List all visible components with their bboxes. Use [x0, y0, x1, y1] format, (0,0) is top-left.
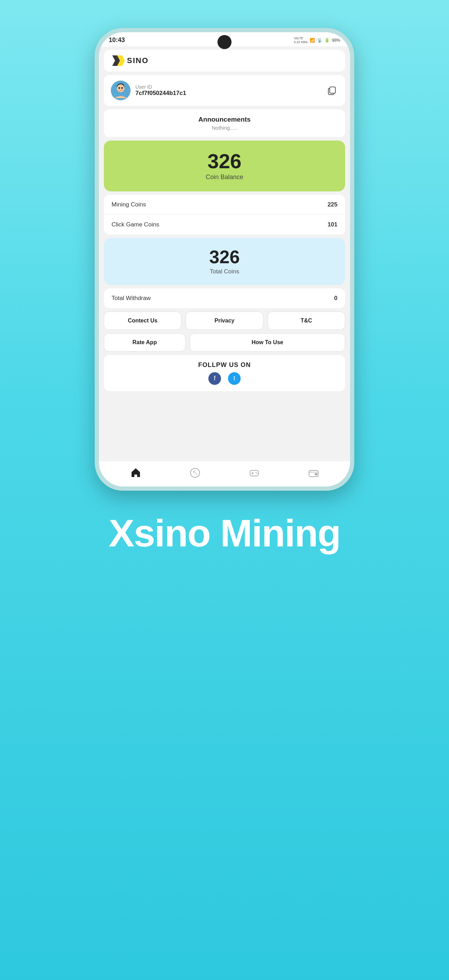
- logo-icon: [112, 56, 126, 66]
- coin-balance-label: Coin Balance: [111, 173, 338, 181]
- game-icon: [249, 468, 260, 478]
- app-header: SINO: [104, 50, 345, 72]
- stats-card: Mining Coins 225 Click Game Coins 101: [104, 195, 345, 234]
- btn-row-1: Contect Us Privacy T&C: [104, 312, 345, 330]
- svg-point-4: [118, 87, 120, 89]
- user-info: User ID 7cf7f050244b17c1: [136, 84, 186, 97]
- total-withdraw-row: Total Withdraw 0: [104, 288, 345, 308]
- battery-icon: 🔋: [324, 38, 330, 43]
- logo: SINO: [112, 56, 337, 66]
- svg-point-3: [117, 84, 125, 92]
- total-coins-label: Total Coins: [111, 268, 338, 275]
- follow-section: FOLLPW US ON f t: [104, 355, 345, 391]
- total-withdraw-label: Total Withdraw: [112, 295, 150, 302]
- avatar-svg: [111, 81, 131, 100]
- nav-mining[interactable]: ⛏: [183, 466, 207, 479]
- svg-text:⛏: ⛏: [193, 470, 198, 476]
- mining-coins-label: Mining Coins: [112, 201, 146, 208]
- follow-icons: f t: [111, 372, 338, 385]
- total-withdraw-value: 0: [334, 295, 337, 302]
- click-game-coins-value: 101: [328, 221, 337, 228]
- wifi-icon: 📶: [310, 38, 315, 43]
- user-left: User ID 7cf7f050244b17c1: [111, 81, 186, 100]
- withdraw-card: Total Withdraw 0: [104, 288, 345, 308]
- svg-rect-7: [330, 87, 336, 93]
- app-content: SINO: [99, 46, 350, 487]
- user-id-label: User ID: [136, 84, 186, 90]
- mining-coins-row: Mining Coins 225: [104, 195, 345, 215]
- social-icon-1[interactable]: f: [208, 372, 221, 385]
- brand-title: Xsino Mining: [109, 512, 340, 554]
- svg-point-14: [256, 473, 257, 474]
- contact-us-button[interactable]: Contect Us: [104, 312, 181, 330]
- nav-home[interactable]: [123, 466, 148, 479]
- bottom-nav: ⛏: [99, 461, 350, 487]
- status-icons: VoLTE 0.22 KB/s 📶 📡 🔋 98%: [294, 37, 340, 44]
- svg-point-5: [121, 87, 123, 89]
- phone-frame: 10:43 VoLTE 0.22 KB/s 📶 📡 🔋 98%: [95, 28, 354, 491]
- rate-app-button[interactable]: Rate App: [104, 333, 185, 352]
- phone-screen: 10:43 VoLTE 0.22 KB/s 📶 📡 🔋 98%: [99, 32, 350, 487]
- network-label: VoLTE 0.22 KB/s: [294, 37, 308, 44]
- privacy-button[interactable]: Privacy: [185, 312, 263, 330]
- wallet-icon: [308, 468, 319, 478]
- brand-section: Xsino Mining: [109, 512, 340, 554]
- nav-game[interactable]: [242, 466, 267, 479]
- coin-balance-number: 326: [111, 151, 338, 172]
- svg-point-13: [256, 472, 256, 473]
- how-to-use-button[interactable]: How To Use: [190, 333, 345, 352]
- home-icon: [131, 468, 141, 478]
- coin-balance-card: 326 Coin Balance: [104, 140, 345, 191]
- copy-button[interactable]: [326, 84, 338, 97]
- mining-coins-value: 225: [328, 201, 337, 208]
- signal-icon: 📡: [317, 38, 322, 43]
- logo-text: SINO: [127, 56, 149, 65]
- total-coins-number: 326: [111, 248, 338, 266]
- tnc-button[interactable]: T&C: [268, 312, 345, 330]
- status-time: 10:43: [109, 37, 125, 44]
- click-game-coins-label: Click Game Coins: [112, 221, 159, 228]
- total-coins-card: 326 Total Coins: [104, 238, 345, 285]
- copy-icon: [327, 86, 337, 95]
- click-game-coins-row: Click Game Coins 101: [104, 215, 345, 234]
- announcements-text: Nothing.....: [111, 125, 338, 131]
- scroll-area: User ID 7cf7f050244b17c1 Announcements: [99, 75, 350, 461]
- nav-wallet[interactable]: [301, 466, 326, 479]
- follow-title: FOLLPW US ON: [111, 361, 338, 369]
- battery-percent: 98%: [332, 38, 340, 43]
- announcements-card: Announcements Nothing.....: [104, 109, 345, 137]
- mining-icon: ⛏: [190, 468, 200, 478]
- notch: [217, 35, 232, 49]
- social-icon-2[interactable]: t: [228, 372, 241, 385]
- status-bar: 10:43 VoLTE 0.22 KB/s 📶 📡 🔋 98%: [99, 32, 350, 46]
- avatar: [111, 81, 131, 100]
- user-card: User ID 7cf7f050244b17c1: [104, 75, 345, 106]
- btn-row-2: Rate App How To Use: [104, 333, 345, 352]
- announcements-title: Announcements: [111, 116, 338, 123]
- user-id-value: 7cf7f050244b17c1: [136, 90, 186, 97]
- svg-rect-16: [315, 473, 318, 475]
